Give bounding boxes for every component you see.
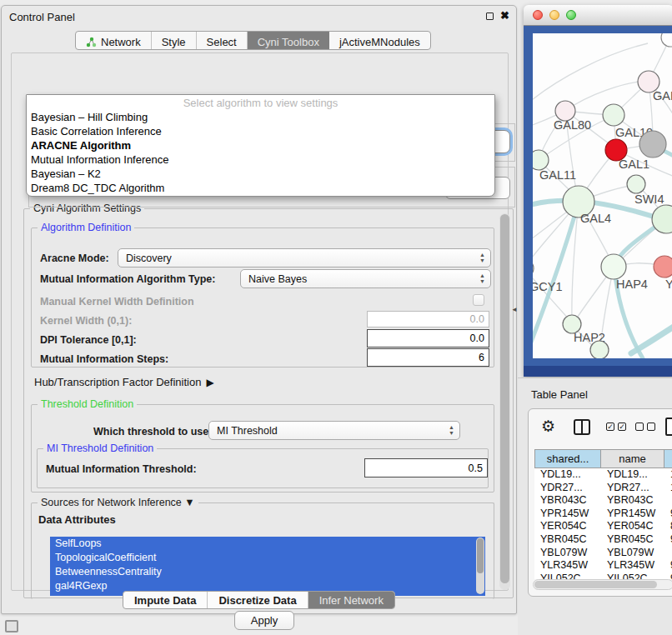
float-window-icon[interactable] [486,12,494,20]
apply-button[interactable]: Apply [234,611,294,630]
tab-infer-network[interactable]: Infer Network [308,592,394,608]
table-row[interactable]: YPR145WYPR145W9. [534,508,672,521]
tab-network[interactable]: Network [76,32,152,49]
attributes-scrollbar[interactable] [476,538,484,594]
table-cell: 9. [664,533,672,547]
tab-impute-data[interactable]: Impute Data [123,592,208,608]
hub-definition-label: Hub/Transcription Factor Definition [34,376,201,388]
close-icon[interactable]: ✖ [500,9,509,22]
table-cell: YDR27... [534,482,601,495]
network-node[interactable] [533,259,534,278]
data-attributes-list: SelfLoopsTopologicalCoefficientBetweenne… [50,537,485,596]
mi-threshold-definition-title: MI Threshold Definition [43,442,157,454]
close-traffic-light[interactable] [533,10,543,20]
network-edge[interactable] [533,268,572,322]
hub-definition-expander[interactable]: Hub/Transcription Factor Definition▶ [34,376,214,388]
network-node[interactable] [601,254,626,279]
table-row[interactable]: YLR345WYLR345W9. [534,559,672,572]
table-cell: YER054C [601,520,664,533]
select-all-checkbox-icon[interactable]: ✓ [606,422,614,431]
data-attribute-item[interactable]: BetweennessCentrality [50,565,485,579]
algorithm-option[interactable]: Bayesian – K2 [27,168,494,182]
table-row[interactable]: YDL19...YDL19...13 [534,468,672,482]
control-panel-window: Control Panel ✖ Network Style Select Cyn… [1,5,517,614]
column-header[interactable]: shared... [534,449,601,468]
table-panel-title: Table Panel [531,388,588,401]
mi-type-label: Mutual Information Algorithm Type: [40,273,215,285]
tab-select[interactable]: Select [197,32,248,49]
table-row[interactable]: YBR043CYBR043C [534,494,672,508]
table-cell: YLR345W [534,559,601,572]
expand-arrow-icon: ▶ [206,377,213,388]
scrollbar-thumb[interactable] [500,214,509,583]
column-header[interactable]: name [601,449,664,468]
algorithm-definition-group: Algorithm Definition Aracne Mode: Discov… [31,228,494,368]
table-row[interactable]: YDR27...YDR27...12 [534,482,672,495]
mi-steps-label: Mutual Information Steps: [40,353,168,365]
which-threshold-select[interactable]: MI Threshold ▲▼ [208,421,460,440]
table-row[interactable]: YBR045CYBR045C9. [534,533,672,547]
dpi-tolerance-label: DPI Tolerance [0,1]: [40,334,137,346]
minimize-traffic-light[interactable] [549,10,559,20]
scrollbar-thumb[interactable] [477,538,484,573]
network-edge[interactable] [565,82,639,111]
table-row[interactable]: YIL052CYIL052C9. [534,572,672,579]
gear-icon[interactable]: ⚙ [541,417,555,436]
network-node[interactable] [603,104,624,126]
algorithm-option[interactable]: Bayesian – Hill Climbing [27,111,494,125]
network-node[interactable] [639,131,666,158]
network-icon [86,37,97,48]
network-node[interactable] [627,175,645,193]
mi-steps-field[interactable]: 6 [367,348,489,367]
new-table-icon[interactable] [665,418,672,436]
network-edge[interactable] [533,43,648,108]
data-attribute-item[interactable]: SelfLoops [50,537,485,551]
network-node[interactable] [533,150,549,170]
deselect-all-checkbox-icon[interactable] [635,422,644,431]
tab-style[interactable]: Style [152,32,197,49]
table-horizontal-scrollbar[interactable] [533,579,672,590]
scrollbar-thumb[interactable] [534,581,657,588]
algorithm-option[interactable]: Dream8 DC_TDC Algorithm [27,182,494,196]
aracne-mode-select[interactable]: Discovery ▲▼ [118,248,491,268]
split-collapse-arrow[interactable]: ◄ [511,306,518,313]
algorithm-dropdown-popup: Select algorithm to view settings Bayesi… [26,94,495,197]
network-canvas[interactable]: GALGAL80GAL10GAL1GAL11SWI4GAL4GCY1HAP4YH… [533,33,672,358]
manual-kernel-checkbox[interactable] [473,294,484,306]
mi-threshold-field[interactable]: 0.5 [364,458,488,478]
columns-icon[interactable] [574,419,590,435]
aracne-mode-label: Aracne Mode: [40,252,109,264]
table-cell: YIL052C [601,572,664,579]
minimized-panel-icon[interactable] [5,620,18,632]
algorithm-option[interactable]: Basic Correlation Inference [27,125,494,139]
node-label: GCY1 [533,280,563,293]
threshold-definition-group: Threshold Definition Which threshold to … [31,404,494,492]
node-table-card: ⚙ ✓ ✓ shared... name YDL19...YDL19...13Y… [528,408,672,597]
kernel-width-field[interactable]: 0.0 [367,311,489,328]
column-header[interactable] [664,449,672,468]
network-node[interactable] [590,341,609,358]
tab-discretize-data[interactable]: Discretize Data [208,592,308,608]
algorithm-option[interactable]: Mutual Information Inference [27,153,494,168]
sources-group: Sources for Network Inference ▼ Data Att… [31,502,494,599]
table-row[interactable]: YER054CYER054C8. [534,520,672,533]
select-all-checkbox-icon[interactable]: ✓ [618,422,626,431]
network-node[interactable] [654,256,672,278]
zoom-traffic-light[interactable] [566,10,576,20]
data-attribute-item[interactable]: TopologicalCoefficient [50,551,485,565]
algorithm-option[interactable]: ARACNE Algorithm [27,139,494,153]
table-body: YDL19...YDL19...13YDR27...YDR27...12YBR0… [534,468,672,579]
network-node[interactable] [661,33,672,47]
dpi-tolerance-field[interactable]: 0.0 [367,329,489,348]
settings-scrollbar[interactable] [499,213,510,590]
tab-jactivemnodules[interactable]: jActiveMNodules [329,32,430,49]
table-cell: YBR043C [601,494,664,508]
table-row[interactable]: YBL079WYBL079W [534,547,672,560]
mi-type-select[interactable]: Naive Bayes ▲▼ [240,269,491,288]
tab-cyni-toolbox[interactable]: Cyni Toolbox [248,32,329,49]
deselect-all-checkbox-icon[interactable] [647,422,655,431]
sources-group-title[interactable]: Sources for Network Inference ▼ [38,497,198,508]
cyni-toolbox-panel: Select algorithm to view settings Bayesi… [11,52,509,591]
network-edge[interactable] [631,322,672,353]
tab-label: Style [162,36,186,48]
